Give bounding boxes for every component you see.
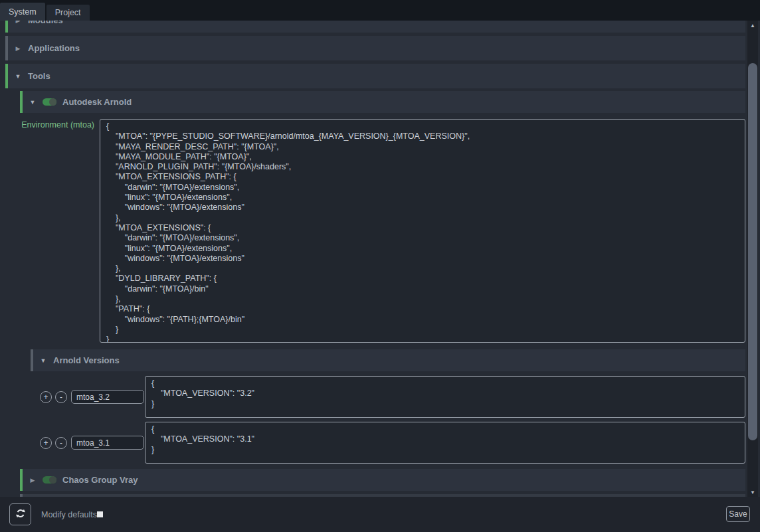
version-json-editor[interactable]: { "MTOA_VERSION": "3.2" } [145,376,745,418]
arnold-enabled-toggle[interactable] [43,98,56,106]
chevron-down-icon: ▼ [39,357,47,364]
section-label-applications: Applications [28,43,80,53]
scroll-up-icon[interactable]: ▲ [747,21,758,30]
version-row: + - { "MTOA_VERSION": "3.2" } [31,376,745,418]
toggle-knob [49,476,56,484]
remove-version-button[interactable]: - [55,391,67,403]
section-label-tools: Tools [28,71,50,81]
refresh-icon [15,507,27,521]
section-header-arnold-versions[interactable]: ▼ Arnold Versions [31,349,745,371]
refresh-button[interactable] [9,503,31,525]
chevron-down-icon: ▼ [14,73,22,80]
environment-row: Environment (mtoa) { "MTOA": "{PYPE_STUD… [5,119,745,343]
scroll-down-icon[interactable]: ▼ [747,488,758,497]
environment-json-editor[interactable]: { "MTOA": "{PYPE_STUDIO_SOFTWARE}/arnold… [100,119,745,343]
environment-json-text: { "MTOA": "{PYPE_STUDIO_SOFTWARE}/arnold… [100,120,745,343]
section-header-tools[interactable]: ▼ Tools [5,64,745,88]
section-header-autodesk-arnold[interactable]: ▼ Autodesk Arnold [20,91,745,113]
vray-enabled-toggle[interactable] [43,476,56,484]
section-header-chaos-group-vray[interactable]: ▶ Chaos Group Vray [20,469,745,491]
tab-project[interactable]: Project [47,5,90,21]
environment-label: Environment (mtoa) [5,119,100,343]
section-label-arnold-versions: Arnold Versions [53,355,120,365]
save-button[interactable]: Save [726,506,750,522]
version-name-input[interactable] [71,390,144,404]
footer-bar: Modify defaults Save [0,497,760,532]
section-header-applications[interactable]: ▶ Applications [5,36,745,60]
version-name-input[interactable] [71,436,144,450]
version-json-text: { "MTOA_VERSION": "3.2" } [145,377,745,411]
section-label-chaos-group-vray: Chaos Group Vray [62,475,138,485]
add-version-button[interactable]: + [40,437,52,449]
add-version-button[interactable]: + [40,391,52,403]
modify-defaults-checkbox[interactable] [97,511,103,517]
vertical-scrollbar[interactable]: ▲ ▼ [747,21,758,497]
section-header-modules[interactable]: ▶ Modules [5,21,745,33]
chevron-right-icon: ▶ [14,45,22,52]
scrollbar-thumb[interactable] [748,63,757,440]
chevron-right-icon: ▶ [14,21,22,24]
version-json-text: { "MTOA_VERSION": "3.1" } [145,422,745,457]
version-json-editor[interactable]: { "MTOA_VERSION": "3.1" } [145,422,745,464]
remove-version-button[interactable]: - [55,437,67,449]
modify-defaults-label: Modify defaults [41,497,97,532]
section-label-autodesk-arnold: Autodesk Arnold [62,97,132,107]
toggle-knob [49,98,56,106]
section-label-modules: Modules [28,21,63,25]
version-row: + - { "MTOA_VERSION": "3.1" } [31,422,745,464]
chevron-down-icon: ▼ [29,99,37,106]
settings-scroll-area: ▶ Modules ▶ Applications ▼ Tools ▼ Autod… [0,21,760,497]
chevron-right-icon: ▶ [29,477,37,484]
tab-bar: System Project [0,0,760,21]
tab-system[interactable]: System [0,3,45,21]
